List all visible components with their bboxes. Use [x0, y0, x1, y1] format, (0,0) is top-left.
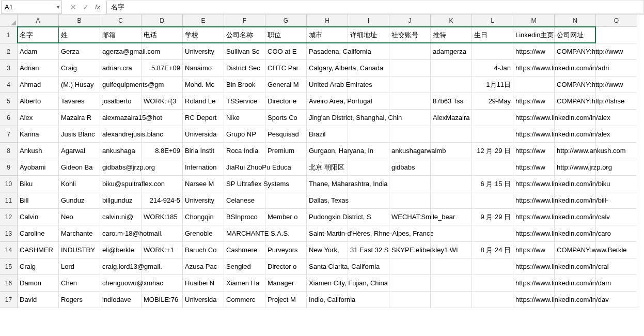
cell[interactable] [142, 225, 183, 242]
cell[interactable]: adrian.cra [100, 60, 142, 77]
cell[interactable] [389, 93, 431, 110]
row-header-17[interactable]: 17 [0, 292, 18, 308]
cell[interactable] [596, 27, 637, 43]
cell[interactable]: Commerc [224, 292, 265, 308]
cell[interactable]: https://www.linkedin.com/in/biku [513, 176, 555, 192]
cell[interactable]: Brazil [307, 126, 348, 143]
cell[interactable] [472, 292, 513, 308]
row-header-11[interactable]: 11 [0, 192, 18, 209]
row-header-14[interactable]: 14 [0, 242, 18, 258]
cell[interactable]: Caroline [18, 225, 59, 242]
cell[interactable]: COMPANY:www.Berkle [555, 242, 596, 258]
cell[interactable]: Calvin [18, 209, 59, 225]
cell[interactable]: indiodave [100, 292, 142, 308]
cell[interactable] [555, 209, 596, 225]
col-header-F[interactable]: F [224, 14, 265, 27]
col-header-D[interactable]: D [142, 14, 183, 27]
cell[interactable]: 公司网址 [555, 27, 596, 43]
cell[interactable]: COMPANY:http://www [555, 43, 596, 60]
cell[interactable]: https://ww [513, 43, 555, 60]
cell[interactable] [596, 93, 637, 110]
row-header-5[interactable]: 5 [0, 93, 18, 110]
cell[interactable]: Alberto [18, 93, 59, 110]
cell[interactable]: CHTC Par [265, 60, 307, 77]
row-header-2[interactable]: 2 [0, 43, 18, 60]
cell[interactable]: ankushagarwalmb [389, 143, 431, 159]
cell[interactable] [596, 43, 637, 60]
cell[interactable]: Marchante [59, 225, 100, 242]
cell[interactable]: https://www.linkedin.com/in/dam [513, 275, 555, 292]
cell[interactable]: https://ww [513, 159, 555, 176]
cell[interactable]: 8.8E+09 [142, 143, 183, 159]
cell[interactable]: (M.) Husay [59, 77, 100, 93]
cell[interactable] [431, 209, 472, 225]
cell[interactable]: https://www.linkedin.com/in/caro [513, 225, 555, 242]
cell[interactable] [348, 143, 389, 159]
cell[interactable]: Agarwal [59, 143, 100, 159]
cell[interactable]: 1月11日 [472, 77, 513, 93]
cell[interactable]: Calgary, Alberta, Canada [307, 60, 348, 77]
cell[interactable]: alexmazaira15@hot [100, 110, 142, 126]
cell[interactable]: Damon [18, 275, 59, 292]
cell[interactable]: Bill [18, 192, 59, 209]
cell[interactable] [431, 159, 472, 176]
cell[interactable]: Craig [59, 60, 100, 77]
cell[interactable] [555, 192, 596, 209]
cell[interactable] [596, 60, 637, 77]
cell[interactable]: Nanaimo [183, 60, 224, 77]
cell[interactable] [389, 176, 431, 192]
cell[interactable] [431, 77, 472, 93]
cell[interactable]: Roland Le [183, 93, 224, 110]
cell[interactable]: Birla Instit [183, 143, 224, 159]
cell[interactable]: caro.m-18@hotmail. [100, 225, 142, 242]
cell[interactable] [596, 209, 637, 225]
cell[interactable] [596, 176, 637, 192]
cell[interactable] [431, 292, 472, 308]
row-header-16[interactable]: 16 [0, 275, 18, 292]
fx-icon[interactable]: fx [95, 3, 100, 11]
cell[interactable] [142, 258, 183, 275]
cell[interactable]: David [18, 292, 59, 308]
cell[interactable]: Ayobami [18, 159, 59, 176]
cell[interactable] [348, 209, 389, 225]
col-header-M[interactable]: M [513, 14, 555, 27]
cell[interactable]: Bin Brook [224, 77, 265, 93]
row-header-13[interactable]: 13 [0, 225, 18, 242]
cell[interactable]: COO at E [265, 43, 307, 60]
cell[interactable]: Lord [59, 258, 100, 275]
cell[interactable]: biku@spultraflex.con [100, 176, 142, 192]
cell[interactable]: Sengled [224, 258, 265, 275]
cell[interactable] [389, 60, 431, 77]
cell[interactable]: Pesquisad [265, 126, 307, 143]
cell[interactable]: Universida [183, 292, 224, 308]
cell[interactable]: alexandrejusis.blanc [100, 126, 142, 143]
cell[interactable]: Pasadena, California [307, 43, 348, 60]
cell[interactable] [431, 176, 472, 192]
cell[interactable]: Manager [265, 275, 307, 292]
cell[interactable] [596, 77, 637, 93]
cell[interactable]: Karina [18, 126, 59, 143]
cell[interactable] [142, 110, 183, 126]
cell[interactable]: Narsee M [183, 176, 224, 192]
cell[interactable]: Santa Clarita, California [307, 258, 348, 275]
cell[interactable] [431, 143, 472, 159]
cell[interactable] [389, 292, 431, 308]
cell[interactable] [513, 77, 555, 93]
cell[interactable] [265, 192, 307, 209]
cell[interactable] [431, 275, 472, 292]
cell[interactable]: Alex [18, 110, 59, 126]
cell[interactable] [389, 258, 431, 275]
cell[interactable]: Project M [265, 292, 307, 308]
cell[interactable]: http://www.jrzp.org [555, 159, 596, 176]
row-header-8[interactable]: 8 [0, 143, 18, 159]
cell[interactable]: craig.lord13@gmail. [100, 258, 142, 275]
cell[interactable] [348, 275, 389, 292]
cell[interactable] [555, 60, 596, 77]
cell[interactable]: Premium [265, 143, 307, 159]
cell[interactable]: https://ww [513, 93, 555, 110]
cell[interactable]: Member o [265, 209, 307, 225]
cell[interactable] [389, 225, 431, 242]
cell[interactable] [389, 77, 431, 93]
cell[interactable] [555, 292, 596, 308]
cancel-icon[interactable]: ✕ [70, 3, 76, 11]
